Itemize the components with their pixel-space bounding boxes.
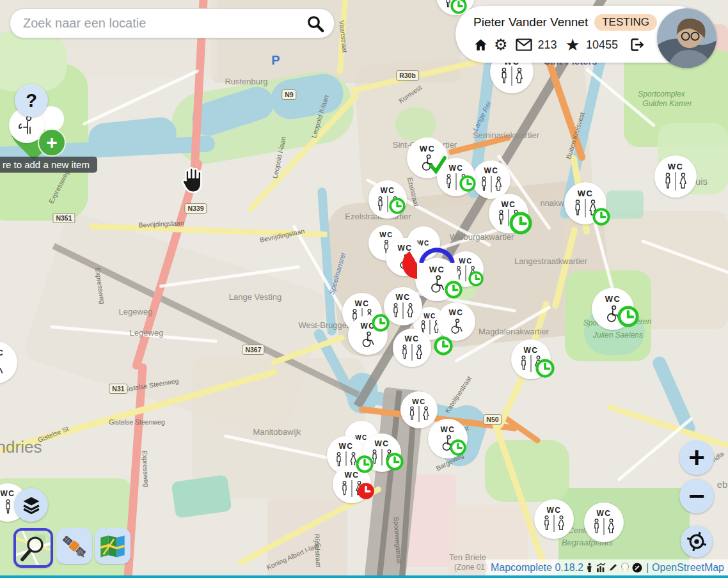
wc-marker[interactable]: WC	[584, 503, 624, 542]
wc-marker-label: WC	[429, 265, 445, 274]
help-button[interactable]: ?	[15, 84, 48, 117]
wc-marker-label: WC	[420, 144, 436, 153]
wc-marker[interactable]: WC	[363, 434, 401, 472]
satellite-style-icon	[60, 532, 88, 560]
attribution-separator: |	[646, 562, 649, 574]
bar-chart-icon[interactable]	[596, 563, 606, 572]
road-ref-badge: N50	[483, 414, 502, 425]
wc-marker-label: WC	[502, 201, 516, 209]
layers-icon	[22, 496, 41, 515]
home-icon[interactable]	[473, 38, 488, 52]
geolocate-icon	[686, 531, 708, 552]
question-icon: ?	[26, 90, 37, 111]
star-icon[interactable]: ★	[566, 36, 580, 53]
wc-marker-label: WC	[484, 167, 499, 175]
wc-marker[interactable]: WC	[564, 182, 606, 224]
avatar[interactable]	[657, 8, 716, 68]
wc-marker[interactable]: WC	[0, 341, 17, 384]
wc-marker[interactable]: WC	[437, 158, 475, 196]
wc-marker[interactable]: WC	[384, 287, 422, 325]
wc-marker-label: WC	[405, 335, 420, 343]
wc-marker[interactable]: WC	[400, 391, 438, 428]
wc-marker-label: WC	[379, 231, 393, 238]
wc-marker[interactable]: WC	[415, 258, 459, 301]
wc-marker-label: WC	[459, 257, 472, 265]
road-ref-badge: N9	[281, 90, 296, 100]
road-ref-badge: N31	[109, 384, 127, 394]
osm-link[interactable]: OpenStreetMap	[652, 562, 724, 574]
background-style-osm[interactable]	[13, 528, 53, 568]
background-style-satellite[interactable]	[56, 528, 92, 564]
wc-marker[interactable]: WC	[437, 302, 475, 341]
wc-marker-label: WC	[449, 309, 464, 317]
map-shape	[485, 440, 569, 502]
wc-marker[interactable]: WC	[511, 340, 551, 379]
wc-marker-label: WC	[547, 506, 562, 515]
background-style-map[interactable]	[95, 528, 131, 564]
wc-marker-label: WC	[345, 471, 360, 480]
wc-marker[interactable]: WC	[472, 160, 510, 199]
wc-marker-label: WC	[375, 440, 390, 448]
wc-marker[interactable]: WC	[534, 499, 574, 539]
wc-marker-label: WC	[355, 300, 370, 308]
map-canvas[interactable]: Brugge-Sint-PietersPRustenburgSint-Gilli…	[0, 0, 728, 578]
osm-style-icon	[16, 531, 51, 565]
map-shape	[395, 107, 436, 141]
wc-pin-icon	[621, 563, 629, 573]
zoom-out-button[interactable]: −	[679, 479, 714, 513]
gear-icon[interactable]: ⚙	[494, 37, 508, 52]
geolocate-button[interactable]	[681, 526, 713, 558]
wc-marker-label: WC	[524, 347, 539, 355]
road-ref-badge: R30b	[396, 70, 419, 81]
wc-marker-label: WC	[339, 442, 354, 451]
wc-marker-label: WC	[441, 426, 455, 434]
user-name: Pieter Vander Vennet	[473, 15, 588, 29]
map-shape	[607, 404, 728, 450]
wc-marker-label: WC	[361, 322, 376, 331]
map-shape	[171, 474, 232, 519]
statistics-person-icon[interactable]	[585, 563, 594, 572]
wc-marker[interactable]: WC	[393, 329, 431, 367]
wc-marker[interactable]: WC	[489, 194, 528, 233]
wc-marker-label: WC	[449, 164, 464, 173]
map-label: Expressweg	[141, 450, 151, 487]
wc-marker[interactable]: WC	[348, 315, 388, 355]
wc-marker-label: WC	[597, 510, 612, 518]
search-bar[interactable]	[10, 8, 335, 38]
wc-marker-label: WC	[396, 293, 411, 302]
wc-marker-label: WC	[423, 313, 436, 320]
wc-marker-label: WC	[668, 162, 684, 171]
osm-dark-icon[interactable]	[632, 563, 642, 573]
search-icon[interactable]	[306, 14, 325, 33]
map-label: eb	[717, 479, 728, 490]
wc-marker-label: WC	[412, 398, 425, 405]
zoom-in-button[interactable]: +	[679, 441, 714, 475]
stars-count[interactable]: 10455	[586, 38, 618, 52]
road-ref-badge: N351	[52, 213, 75, 223]
messages-count[interactable]: 213	[538, 38, 557, 52]
wc-marker[interactable]: WC	[368, 180, 407, 219]
wc-marker-label: WC	[1, 490, 15, 498]
logout-icon[interactable]	[629, 37, 644, 52]
bottom-accent-bar	[0, 575, 728, 578]
road-ref-badge: N367	[242, 345, 264, 355]
app-version[interactable]: Mapcomplete 0.18.2	[491, 562, 583, 574]
map-shape	[606, 191, 644, 219]
map-shape	[0, 31, 67, 91]
pencil-icon[interactable]	[608, 563, 618, 572]
attribution-bar: Mapcomplete 0.18.2 | OpenStreetMap	[486, 559, 728, 575]
layers-button[interactable]	[14, 488, 48, 522]
wc-marker[interactable]: WC	[428, 419, 468, 458]
wc-marker[interactable]: WC	[654, 155, 697, 198]
mail-icon[interactable]	[516, 38, 532, 51]
search-input[interactable]	[22, 15, 306, 31]
map-style-icon	[99, 532, 127, 560]
wc-marker[interactable]: WC	[333, 465, 371, 503]
testing-badge: TESTING	[594, 14, 657, 31]
road-ref-badge: N339	[184, 203, 207, 214]
wc-marker[interactable]: WC	[592, 288, 634, 330]
add-new-item-button[interactable]: +	[38, 129, 66, 157]
wc-marker-label: WC	[578, 189, 594, 198]
wc-marker-label: WC	[0, 348, 4, 357]
wc-marker-label: WC	[605, 295, 621, 304]
